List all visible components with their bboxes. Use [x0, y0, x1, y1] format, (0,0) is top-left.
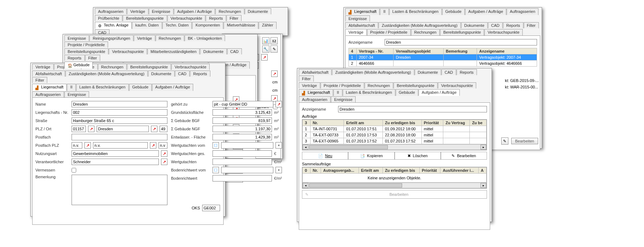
lookup-button[interactable]: ↗ [275, 101, 282, 107]
tab[interactable]: Ereignisse [64, 91, 89, 97]
tab[interactable]: Zuständigkeiten (Mobile Auftragsverteilu… [332, 69, 414, 75]
col-header[interactable]: Nr. [311, 120, 344, 126]
tab[interactable]: Techn. Daten [162, 22, 192, 29]
verantw-input[interactable] [72, 159, 159, 165]
date-dropdown[interactable]: ▾ [275, 167, 282, 173]
vertraege-table[interactable]: 4 Vertrags - Nr. Verwaltungsobjekt Bemer… [348, 48, 537, 67]
col-header[interactable]: Zu Vertrag [443, 120, 470, 126]
tab[interactable]: Aufgaben / Aufträge [465, 8, 506, 15]
wgg-input[interactable] [213, 150, 272, 157]
anzeigename-input[interactable] [338, 106, 487, 112]
lookup-button[interactable]: ↗ [150, 142, 156, 149]
tool-icon[interactable]: 12 [270, 37, 278, 44]
br-input[interactable] [213, 175, 272, 181]
wrench-icon[interactable]: 🔧 [262, 45, 269, 53]
tab[interactable]: II [380, 8, 389, 15]
postfach-input[interactable] [72, 134, 167, 140]
tab[interactable]: II [67, 84, 75, 91]
tab[interactable]: Komponenten [192, 22, 223, 29]
tab-aufgaben[interactable]: Aufgaben / Aufträge [419, 89, 460, 96]
lookup-button[interactable]: ↗ [161, 150, 167, 157]
tab[interactable]: Reports [503, 22, 523, 28]
tab[interactable]: Verbrauchspunkte [109, 48, 147, 54]
tab[interactable]: Reports [64, 55, 85, 61]
tab[interactable]: Reports [457, 69, 477, 75]
tab[interactable]: Bereitstellungspunkte [123, 15, 167, 21]
tab[interactable]: ▟Liegenschaft [345, 8, 380, 15]
col-header[interactable]: Vertrags - Nr. [357, 48, 394, 54]
tab[interactable]: Projekte / Projektteile [367, 29, 411, 35]
neu-button[interactable]: Neu [325, 154, 332, 158]
lookup-button[interactable]: ↗ [261, 54, 268, 60]
col-header[interactable]: Priorität [421, 120, 443, 126]
scroll-left[interactable]: ◂ [303, 145, 308, 150]
tab[interactable]: Dokumente [461, 22, 488, 28]
tab[interactable]: Ereignisse [149, 8, 174, 14]
tab[interactable]: Rechnungen [215, 8, 244, 14]
tab[interactable]: Filter [226, 15, 241, 21]
tab[interactable]: Verbrauchspunkte [171, 64, 210, 70]
tab[interactable]: Verbrauchspunkte [438, 82, 476, 88]
col-header[interactable]: Nr. [311, 168, 321, 174]
pfplz-a[interactable] [72, 142, 82, 149]
ngf-input[interactable] [213, 126, 272, 132]
gehoert-input[interactable] [213, 101, 273, 107]
h-scrollbar[interactable]: ◂ ▸ [302, 144, 487, 150]
tab[interactable]: Dokumente [415, 69, 441, 75]
col-header[interactable]: Bemerkung [444, 48, 477, 54]
tab[interactable]: Zähler [259, 22, 276, 29]
lookup-button[interactable]: ↗ [271, 71, 278, 77]
tab[interactable]: Gebäude [396, 89, 418, 96]
tab[interactable]: CAD [175, 71, 190, 77]
col-header[interactable]: Priorität [419, 168, 440, 174]
table-row[interactable]: 2TA-EXT-0073301.07.2010 17:5322.08.2010 … [303, 132, 487, 138]
tab[interactable]: Dokumente [245, 8, 271, 14]
tab[interactable]: CAD [441, 69, 456, 75]
bgf-input[interactable] [213, 117, 272, 124]
wgv-input[interactable] [221, 142, 273, 149]
wand-icon[interactable]: ✎ [270, 45, 278, 53]
tab[interactable]: Reports [206, 15, 226, 21]
grund-input[interactable] [213, 109, 272, 116]
col-header[interactable]: Zu be [470, 120, 487, 126]
tab[interactable]: Auftragsserien [507, 8, 538, 15]
tab[interactable]: Lasten & Beschränkungen [389, 8, 442, 15]
sammel-table[interactable]: 0 Nr. Autragsvergab... Erteilt am Zu erl… [302, 167, 487, 183]
tab[interactable]: II [333, 89, 342, 96]
lookup-button[interactable]: ↗ [161, 159, 167, 165]
tab[interactable]: Lasten & Beschränkungen [343, 89, 395, 96]
tab-vertraege[interactable]: Verträge [345, 29, 367, 35]
tab[interactable]: Abfallwirtschaft [345, 22, 378, 28]
tab[interactable]: CAD [488, 22, 503, 28]
tab[interactable]: Rechnungen [98, 64, 127, 70]
tab[interactable]: Zuständigkeiten (Mobile Auftragsverteilu… [379, 22, 461, 28]
ort-code-input[interactable] [160, 126, 167, 132]
tab-techn-anlage[interactable]: ⚙Techn. Anlage [95, 22, 132, 29]
brv-input[interactable] [221, 167, 273, 173]
tab[interactable]: Ereignisse [64, 35, 89, 41]
tab[interactable]: Auftragsserien [95, 8, 127, 14]
col-header[interactable]: Verwaltungsobjekt [394, 48, 444, 54]
ort-input[interactable] [97, 126, 149, 132]
tab[interactable]: Reinigungsprüfungen [89, 35, 133, 41]
col-header[interactable]: Zu erledigen bis [382, 168, 419, 174]
col-header[interactable]: A [478, 168, 486, 174]
tab[interactable]: Rechnungen [156, 35, 184, 41]
tab[interactable]: Bereitstellungspunkte [127, 64, 171, 70]
tab[interactable]: Verträge [134, 35, 155, 41]
table-row[interactable]: 24646666Vertragsobjekt: 4646666 [349, 60, 537, 67]
chart-icon[interactable]: 📊 [262, 37, 269, 44]
table-row[interactable]: 1TA-INT-0073101.07.2010 17:5101.09.2012 … [303, 126, 487, 132]
entw-input[interactable] [213, 134, 272, 140]
tab[interactable]: Ereignisse [331, 96, 356, 102]
anzeigename-input[interactable] [385, 39, 537, 45]
col-header[interactable]: Ausführender i... [440, 168, 478, 174]
tab[interactable]: Filter [299, 76, 314, 82]
tab[interactable]: Projekte / Projektteile [64, 42, 108, 48]
col-header[interactable]: Erteilt am [344, 120, 383, 126]
date-dropdown[interactable]: ▾ [275, 142, 282, 149]
tab[interactable]: Bereitstellungspunkte [394, 82, 438, 88]
tab[interactable]: Mietverhältnisse [224, 22, 258, 29]
tab-liegenschaft[interactable]: ▟Liegenschaft [32, 84, 67, 91]
edit-icon[interactable]: ✎ [501, 137, 508, 145]
